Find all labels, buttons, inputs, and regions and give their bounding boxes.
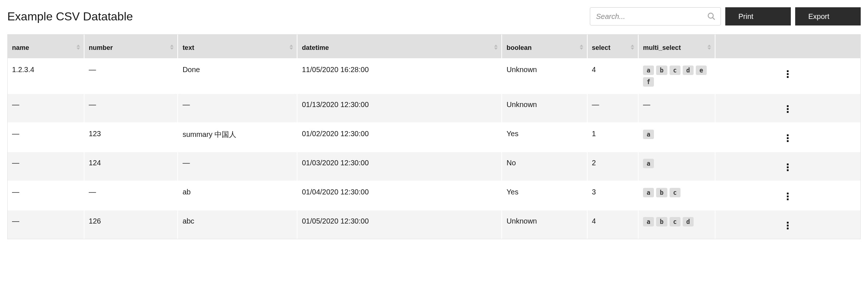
row-actions-menu[interactable]: [784, 219, 792, 232]
tag-list: a: [643, 159, 710, 168]
cell-name: —: [8, 181, 84, 210]
tag: c: [670, 217, 680, 226]
tag: a: [643, 66, 654, 75]
cell-value: 4: [592, 217, 596, 225]
row-actions-menu[interactable]: [784, 161, 792, 174]
cell-boolean: Unknown: [502, 58, 587, 93]
column-label: datetime: [302, 44, 329, 51]
cell-multi-select: —: [639, 93, 715, 122]
cell-actions: [715, 58, 860, 93]
cell-datetime: 01/04/2020 12:30:00: [297, 181, 502, 210]
column-header-boolean[interactable]: boolean: [502, 35, 587, 58]
cell-boolean: Yes: [502, 181, 587, 210]
cell-value: 01/13/2020 12:30:00: [302, 100, 369, 108]
cell-number: —: [84, 181, 178, 210]
empty-value: —: [182, 159, 190, 167]
cell-select: —: [588, 93, 639, 122]
table-row: 1.2.3.4—Done11/05/2020 16:28:00Unknown4a…: [8, 58, 860, 93]
cell-value: 4: [592, 66, 596, 74]
row-actions-menu[interactable]: [784, 131, 792, 145]
cell-select: 1: [588, 122, 639, 151]
search-input[interactable]: [590, 7, 721, 25]
tag: b: [656, 217, 667, 226]
cell-value: abc: [182, 217, 194, 225]
cell-name: —: [8, 151, 84, 181]
cell-actions: [715, 93, 860, 122]
tag: d: [683, 66, 694, 75]
cell-value: ab: [182, 188, 190, 196]
sort-icon: [580, 44, 583, 50]
cell-multi-select: a: [639, 151, 715, 181]
empty-value: —: [89, 100, 96, 108]
cell-datetime: 01/05/2020 12:30:00: [297, 210, 502, 239]
cell-name: 1.2.3.4: [8, 58, 84, 93]
cell-value: 126: [89, 217, 101, 225]
sort-icon: [494, 44, 498, 50]
data-table: name number text datetime boolean select…: [8, 35, 860, 239]
table-header-row: name number text datetime boolean select…: [8, 35, 860, 58]
empty-value: —: [89, 188, 96, 196]
column-header-name[interactable]: name: [8, 35, 84, 58]
cell-value: 123: [89, 130, 101, 138]
column-label: text: [182, 44, 194, 51]
tag: b: [656, 66, 667, 75]
empty-value: —: [89, 66, 96, 74]
cell-value: 1: [592, 130, 596, 138]
print-button[interactable]: Print: [725, 7, 791, 25]
empty-value: —: [12, 188, 19, 196]
cell-value: summary 中国人: [182, 130, 236, 138]
cell-value: 01/02/2020 12:30:00: [302, 130, 369, 138]
sort-icon: [289, 44, 293, 50]
tag: a: [643, 217, 654, 226]
tag: a: [643, 188, 654, 197]
cell-number: —: [84, 93, 178, 122]
tag: e: [696, 66, 707, 75]
cell-text: —: [178, 93, 297, 122]
cell-datetime: 01/02/2020 12:30:00: [297, 122, 502, 151]
tag: a: [643, 159, 654, 168]
column-label: boolean: [506, 44, 532, 51]
empty-value: —: [12, 100, 19, 108]
cell-value: 124: [89, 159, 101, 167]
export-button[interactable]: Export: [795, 7, 861, 25]
cell-boolean: No: [502, 151, 587, 181]
cell-value: Yes: [506, 188, 518, 196]
cell-value: 2: [592, 159, 596, 167]
sort-icon: [76, 44, 80, 50]
cell-number: 126: [84, 210, 178, 239]
tag-list: abcdef: [643, 66, 710, 87]
tag: b: [656, 188, 667, 197]
cell-boolean: Unknown: [502, 210, 587, 239]
tag-list: abcd: [643, 217, 710, 226]
cell-actions: [715, 181, 860, 210]
column-header-text[interactable]: text: [178, 35, 297, 58]
column-header-datetime[interactable]: datetime: [297, 35, 502, 58]
cell-value: 01/03/2020 12:30:00: [302, 159, 369, 167]
column-header-multi_select[interactable]: multi_select: [639, 35, 715, 58]
column-header-select[interactable]: select: [588, 35, 639, 58]
column-label: number: [89, 44, 113, 51]
sort-icon: [170, 44, 174, 50]
cell-datetime: 01/13/2020 12:30:00: [297, 93, 502, 122]
cell-multi-select: a: [639, 122, 715, 151]
empty-value: —: [592, 100, 599, 108]
cell-actions: [715, 210, 860, 239]
cell-select: 4: [588, 58, 639, 93]
cell-actions: [715, 122, 860, 151]
row-actions-menu[interactable]: [784, 67, 792, 81]
cell-value: 11/05/2020 16:28:00: [302, 66, 369, 74]
column-label: name: [12, 44, 29, 51]
cell-select: 3: [588, 181, 639, 210]
cell-number: 123: [84, 122, 178, 151]
cell-multi-select: abcdef: [639, 58, 715, 93]
column-header-number[interactable]: number: [84, 35, 178, 58]
empty-value: —: [12, 217, 19, 225]
cell-text: Done: [178, 58, 297, 93]
cell-boolean: Unknown: [502, 93, 587, 122]
table-row: —124—01/03/2020 12:30:00No2a: [8, 151, 860, 181]
row-actions-menu[interactable]: [784, 102, 792, 116]
tag-list: abc: [643, 188, 710, 197]
row-actions-menu[interactable]: [784, 190, 792, 203]
empty-value: —: [182, 100, 190, 108]
cell-value: 01/05/2020 12:30:00: [302, 217, 369, 225]
